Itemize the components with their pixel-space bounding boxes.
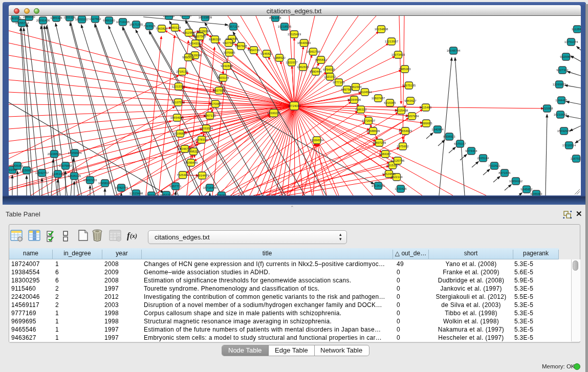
svg-text:2522144: 2522144 [390,176,403,179]
svg-text:7625402: 7625402 [177,173,189,177]
svg-text:1167533: 1167533 [571,157,581,160]
svg-text:12975185: 12975185 [402,84,416,87]
svg-text:9245652: 9245652 [520,188,533,191]
svg-text:16961758: 16961758 [307,50,320,53]
svg-text:8912954: 8912954 [183,31,195,34]
svg-text:16640910: 16640910 [297,41,311,45]
svg-text:17359924: 17359924 [68,151,82,155]
svg-text:16154808: 16154808 [375,28,388,31]
svg-text:1244415: 1244415 [555,99,568,102]
svg-text:391544: 391544 [9,168,18,171]
svg-text:9327508: 9327508 [223,41,235,45]
svg-text:8267130: 8267130 [204,114,216,117]
svg-text:7462664: 7462664 [350,85,362,89]
svg-text:1322037: 1322037 [286,61,298,64]
svg-text:3675685: 3675685 [223,51,235,54]
svg-text:12505135: 12505135 [68,174,81,178]
svg-text:10654112: 10654112 [509,180,523,183]
svg-text:9245093: 9245093 [530,192,542,195]
svg-text:1621072: 1621072 [324,75,336,78]
svg-text:6466160: 6466160 [103,19,115,22]
svg-text:19166827: 19166827 [173,132,187,135]
svg-text:1065326: 1065326 [50,16,62,19]
svg-text:16543362: 16543362 [189,42,203,45]
svg-text:14136141: 14136141 [372,184,385,187]
svg-text:16782759: 16782759 [115,186,128,189]
svg-text:1388520: 1388520 [273,56,286,59]
svg-text:19218506: 19218506 [278,25,292,28]
svg-text:1292344: 1292344 [145,194,158,195]
svg-text:11156829: 11156829 [20,169,33,172]
svg-text:9327505: 9327505 [194,35,206,38]
svg-text:8427552: 8427552 [213,89,225,92]
svg-text:4170065: 4170065 [209,102,222,105]
svg-text:8678334: 8678334 [195,138,208,141]
svg-text:2867608: 2867608 [235,45,247,48]
svg-text:13226058: 13226058 [197,30,210,33]
svg-text:7386322: 7386322 [355,108,367,111]
svg-text:16553267: 16553267 [75,18,89,21]
svg-text:8186328: 8186328 [209,38,221,41]
svg-text:13353594: 13353594 [200,127,213,130]
svg-text:1733426: 1733426 [395,187,407,190]
svg-text:16099489: 16099489 [184,161,198,164]
svg-text:8471676: 8471676 [498,171,511,174]
svg-text:1975692: 1975692 [397,145,409,148]
svg-text:14055712: 14055712 [15,21,29,25]
svg-text:1527602: 1527602 [89,17,101,20]
svg-text:2935114: 2935114 [477,157,490,160]
svg-text:9463627: 9463627 [404,99,417,102]
svg-text:5498222: 5498222 [187,150,200,153]
svg-text:19654985: 19654985 [170,116,184,119]
svg-text:1605332: 1605332 [163,16,175,17]
svg-text:17957253: 17957253 [83,179,97,182]
svg-text:10688609: 10688609 [366,129,380,133]
svg-text:16648784: 16648784 [447,49,461,52]
svg-text:1803553: 1803553 [9,17,21,20]
svg-text:10107553: 10107553 [171,101,185,104]
svg-text:19654923: 19654923 [399,129,412,133]
svg-text:10807487: 10807487 [372,97,385,100]
svg-text:1835061: 1835061 [11,164,24,167]
svg-text:9657771: 9657771 [160,193,172,195]
svg-text:9146821: 9146821 [260,52,273,55]
svg-text:13751074: 13751074 [564,40,578,43]
svg-text:2069140: 2069140 [23,16,35,18]
svg-text:10719155: 10719155 [116,20,130,24]
svg-text:9215958: 9215958 [541,107,553,110]
svg-text:8660124: 8660124 [169,26,181,29]
svg-text:7463822: 7463822 [156,27,168,30]
svg-text:1655326: 1655326 [63,16,76,19]
svg-text:6216065: 6216065 [384,101,396,104]
svg-text:9242848: 9242848 [221,64,233,68]
svg-text:7357224: 7357224 [227,25,239,28]
svg-text:1640954: 1640954 [431,128,444,131]
svg-text:8454749: 8454749 [248,49,260,52]
svg-text:13325419: 13325419 [288,33,301,36]
svg-text:8938923: 8938923 [443,135,455,138]
svg-text:12213967: 12213967 [385,40,399,43]
svg-text:9084067: 9084067 [379,152,391,156]
svg-text:9115460: 9115460 [420,106,432,109]
svg-text:6794028: 6794028 [323,68,335,71]
svg-text:9777169: 9777169 [333,81,345,84]
svg-text:7955812: 7955812 [315,58,327,61]
svg-text:20691406: 20691406 [36,19,50,22]
svg-text:8813054: 8813054 [269,16,281,19]
svg-text:16024554: 16024554 [358,91,372,94]
svg-text:9474444: 9474444 [465,149,477,152]
svg-text:17016514: 17016514 [562,144,576,147]
svg-text:1145194: 1145194 [52,172,64,176]
svg-text:16671355: 16671355 [129,23,143,26]
svg-text:15692971: 15692971 [557,129,571,133]
svg-text:7515525: 7515525 [143,25,156,28]
svg-text:2718176: 2718176 [176,70,188,73]
svg-text:20364436: 20364436 [347,98,361,101]
svg-text:6679197: 6679197 [454,142,466,145]
svg-text:10973493: 10973493 [391,53,405,56]
svg-text:18807249: 18807249 [373,141,386,144]
svg-text:8990444: 8990444 [310,70,322,73]
svg-text:9699695: 9699695 [420,122,432,125]
svg-text:9329966: 9329966 [560,55,572,58]
svg-text:20206506: 20206506 [48,152,61,156]
